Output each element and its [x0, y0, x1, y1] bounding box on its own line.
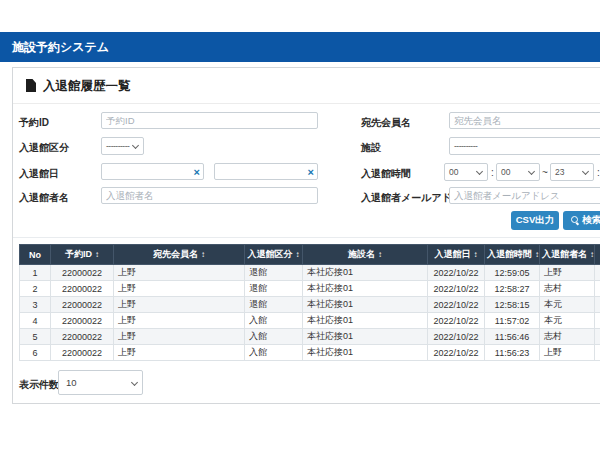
cell: 5	[20, 329, 51, 345]
cell: 入館	[245, 313, 303, 329]
cell	[595, 345, 600, 361]
page-size-select[interactable]: 10	[58, 370, 143, 395]
member-name-input[interactable]	[449, 112, 600, 129]
cell: 22000022	[51, 345, 114, 361]
search-button[interactable]: 検索	[563, 211, 600, 230]
cell: 志村	[540, 329, 595, 345]
cell: 22000022	[51, 281, 114, 297]
facility-select[interactable]: ----------	[449, 137, 600, 155]
table-row: 222000022上野退館本社応接012022/10/2212:58:27志村	[20, 281, 600, 297]
cell: 上野	[114, 297, 245, 313]
time-tilde: ~	[542, 167, 548, 178]
sort-icon[interactable]: ↕	[474, 250, 478, 259]
chevron-down-icon	[132, 142, 139, 149]
label-date: 入退館日	[19, 167, 59, 181]
time-colon: :	[597, 167, 600, 178]
cell: 4	[20, 313, 51, 329]
cell: 上野	[114, 313, 245, 329]
sort-icon[interactable]: ↕	[590, 250, 594, 259]
main-panel: 入退館履歴一覧 予約ID 入退館区分 ---------- 入退館日 × × 入…	[12, 67, 600, 404]
cell	[595, 313, 600, 329]
col-header-reservation-id[interactable]: 予約ID↕	[51, 245, 114, 265]
cell: 上野	[114, 329, 245, 345]
cell: 11:57:02	[485, 313, 540, 329]
cell: 上野	[114, 345, 245, 361]
document-icon	[26, 79, 36, 92]
sort-icon[interactable]: ↕	[535, 250, 539, 259]
time-hour-from-select[interactable]: 00	[444, 163, 488, 181]
cell	[595, 297, 600, 313]
table-row: 422000022上野入館本社応接012022/10/2211:57:02本元	[20, 313, 600, 329]
chevron-down-icon	[528, 168, 535, 175]
label-time: 入退館時間	[361, 167, 411, 181]
hour-from-value: 00	[449, 167, 458, 177]
date-to-input[interactable]: ×	[214, 163, 318, 180]
label-person-name: 入退館者名	[19, 191, 69, 205]
label-member-name: 宛先会員名	[361, 116, 411, 130]
cell: 退館	[245, 265, 303, 281]
cell: 11:56:46	[485, 329, 540, 345]
table-row: 622000022上野入館本社応接012022/10/2211:56:23上野	[20, 345, 600, 361]
col-header-date[interactable]: 入退館日↕	[428, 245, 485, 265]
cell: 3	[20, 297, 51, 313]
cell: 12:58:15	[485, 297, 540, 313]
cell: 本社応接01	[303, 265, 428, 281]
hour-to-value: 23	[555, 167, 564, 177]
table-row: 122000022上野退館本社応接012022/10/2212:59:05上野	[20, 265, 600, 281]
col-header-category[interactable]: 入退館区分↕	[245, 245, 303, 265]
category-select[interactable]: ----------	[101, 137, 144, 155]
col-header-extra[interactable]	[595, 245, 600, 265]
date-from-input[interactable]: ×	[101, 163, 204, 180]
cell: 22000022	[51, 329, 114, 345]
cell: 22000022	[51, 265, 114, 281]
facility-value: ----------	[454, 141, 477, 151]
reservation-id-input[interactable]	[101, 112, 318, 129]
table-header-row: No 予約ID↕ 宛先会員名↕ 入退館区分↕ 施設名↕ 入退館日↕ 入退館時間↕…	[20, 245, 600, 265]
cell: 志村	[540, 281, 595, 297]
cell: 上野	[114, 265, 245, 281]
cell: 本社応接01	[303, 297, 428, 313]
page-title: 入退館履歴一覧	[43, 78, 131, 95]
sort-icon[interactable]: ↕	[296, 250, 300, 259]
cell: 11:56:23	[485, 345, 540, 361]
col-header-facility[interactable]: 施設名↕	[303, 245, 428, 265]
divider	[13, 237, 600, 238]
label-reservation-id: 予約ID	[19, 116, 49, 130]
screen: 施設予約システム 入退館履歴一覧 予約ID 入退館区分 ---------- 入…	[0, 0, 600, 450]
col-header-no: No	[20, 245, 51, 265]
page-size-label: 表示件数	[19, 378, 59, 392]
cell: 2022/10/22	[428, 313, 485, 329]
time-minute-from-select[interactable]: 00	[496, 163, 540, 181]
search-button-label: 検索	[583, 214, 600, 227]
time-hour-to-select[interactable]: 23	[550, 163, 594, 181]
col-header-member-name[interactable]: 宛先会員名↕	[114, 245, 245, 265]
cell: 入館	[245, 329, 303, 345]
cell: 上野	[540, 345, 595, 361]
person-name-input[interactable]	[101, 187, 318, 204]
col-header-person-name[interactable]: 入退館者名↕	[540, 245, 595, 265]
sort-icon[interactable]: ↕	[378, 250, 382, 259]
panel-title-row: 入退館履歴一覧	[13, 68, 600, 104]
cell: 22000022	[51, 313, 114, 329]
category-value: ----------	[106, 141, 129, 151]
email-input[interactable]	[449, 187, 600, 204]
cell: 6	[20, 345, 51, 361]
cell: 本社応接01	[303, 281, 428, 297]
cell: 2022/10/22	[428, 297, 485, 313]
sort-icon[interactable]: ↕	[201, 250, 205, 259]
csv-export-button[interactable]: CSV出力	[511, 211, 559, 230]
clear-icon[interactable]: ×	[194, 165, 200, 180]
table-row: 522000022上野入館本社応接012022/10/2211:56:46志村	[20, 329, 600, 345]
cell: 1	[20, 265, 51, 281]
cell	[595, 265, 600, 281]
cell	[595, 329, 600, 345]
cell: 本社応接01	[303, 345, 428, 361]
cell: 本元	[540, 297, 595, 313]
col-header-time[interactable]: 入退館時間↕	[485, 245, 540, 265]
sort-icon[interactable]: ↕	[95, 250, 99, 259]
cell: 入館	[245, 345, 303, 361]
app-header: 施設予約システム	[0, 32, 600, 62]
results-table: No 予約ID↕ 宛先会員名↕ 入退館区分↕ 施設名↕ 入退館日↕ 入退館時間↕…	[19, 244, 600, 361]
clear-icon[interactable]: ×	[308, 165, 314, 180]
chevron-down-icon	[131, 379, 138, 386]
